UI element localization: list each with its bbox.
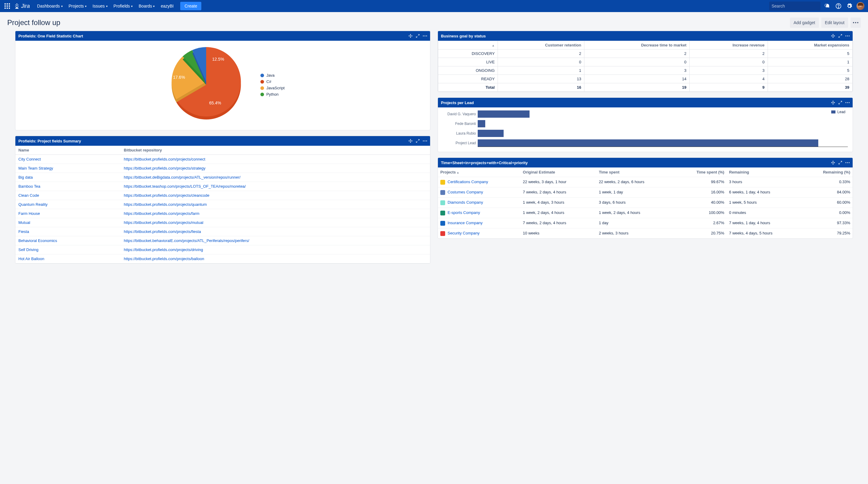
project-link[interactable]: Behavioral Economics <box>19 238 57 243</box>
col-remain-pct[interactable]: Remaining (%) <box>802 168 852 177</box>
expand-icon[interactable] <box>415 34 420 38</box>
move-icon[interactable] <box>831 161 835 165</box>
edit-layout-button[interactable]: Edit layout <box>821 18 848 28</box>
more-icon[interactable] <box>423 140 427 142</box>
svg-point-15 <box>857 22 858 23</box>
nav-item-profields[interactable]: Profields▾ <box>111 0 135 12</box>
move-icon[interactable] <box>408 139 412 143</box>
expand-icon[interactable] <box>838 161 842 165</box>
jira-logo[interactable]: Jira <box>14 3 30 9</box>
project-link[interactable]: Farm House <box>19 211 40 216</box>
create-button[interactable]: Create <box>180 2 201 10</box>
page-header: Project follow up Add gadget Edit layout <box>0 12 868 31</box>
app-switcher-icon[interactable] <box>4 2 11 10</box>
nav-item-eazybi[interactable]: eazyBI <box>158 0 177 12</box>
svg-point-24 <box>849 35 849 36</box>
more-icon[interactable] <box>845 102 849 103</box>
legend-item[interactable]: C# <box>260 79 285 84</box>
project-link[interactable]: Clean Code <box>19 193 39 198</box>
nav-item-dashboards[interactable]: Dashboards▾ <box>34 0 66 12</box>
project-link[interactable]: Mutual <box>19 220 30 225</box>
search-box[interactable] <box>769 1 820 10</box>
col-name[interactable]: Name <box>16 146 121 155</box>
project-link[interactable]: Certifications Company <box>447 179 488 184</box>
col-header[interactable]: Increase revenue <box>689 41 768 50</box>
bar-label: Project Lead <box>443 141 476 145</box>
project-link[interactable]: Security Company <box>447 231 479 235</box>
user-avatar[interactable] <box>857 2 864 10</box>
settings-icon[interactable] <box>846 2 853 10</box>
bar-fill <box>478 120 485 127</box>
search-input[interactable] <box>772 4 824 8</box>
pie-label-js: 17.6% <box>173 75 185 80</box>
project-link[interactable]: Costumes Company <box>447 190 483 194</box>
gadget-business-goal: Business goal by status ▲Customer retent… <box>438 31 853 92</box>
expand-icon[interactable] <box>838 101 842 105</box>
pie-chart: 12.5% 17.6% 65.4% <box>161 46 251 124</box>
repo-link[interactable]: https://bitbucket.behavioralE.com/projec… <box>124 238 249 243</box>
repo-link[interactable]: https://bitbucket.profields.com/projects… <box>124 220 204 225</box>
more-actions-button[interactable] <box>850 18 861 28</box>
project-link[interactable]: Hot Air Balloon <box>19 256 44 261</box>
more-icon[interactable] <box>423 35 427 36</box>
col-spent[interactable]: Time spent <box>596 168 675 177</box>
repo-link[interactable]: https://bitbucket.profields.com/projects… <box>124 211 199 216</box>
repo-link[interactable]: https://bitbucket.profields.com/projects… <box>124 248 203 252</box>
nav-item-boards[interactable]: Boards▾ <box>135 0 158 12</box>
project-link[interactable]: Bamboo Tea <box>19 184 40 189</box>
legend-item[interactable]: JavaScript <box>260 86 285 90</box>
col-header[interactable]: Customer retention <box>498 41 584 50</box>
total-row: Total1619939 <box>438 83 852 92</box>
repo-link[interactable]: https://bitbucket.deBigdata.com/projects… <box>124 175 241 179</box>
add-gadget-button[interactable]: Add gadget <box>790 18 819 28</box>
page-title: Project follow up <box>7 19 60 27</box>
project-link[interactable]: Main Team Strategy <box>19 166 53 170</box>
repo-link[interactable]: https://bitbucket.profields.com/projects… <box>124 193 210 198</box>
repo-link[interactable]: https://bitbucket.teashop.com/projects/L… <box>124 184 246 189</box>
help-icon[interactable] <box>835 2 842 10</box>
repo-link[interactable]: https://bitbucket.profields.com/projects… <box>124 229 201 234</box>
project-link[interactable]: Self Driving <box>19 248 38 252</box>
col-projects[interactable]: Projects▲ <box>438 168 521 177</box>
col-header[interactable]: ▲ <box>438 41 498 50</box>
col-repo[interactable]: Bitbucket repository <box>121 146 430 155</box>
col-header[interactable]: Decrease time to market <box>584 41 689 50</box>
move-icon[interactable] <box>408 34 412 38</box>
legend-item[interactable]: Java <box>260 73 285 78</box>
legend-item[interactable]: Python <box>260 92 285 96</box>
nav-item-projects[interactable]: Projects▾ <box>66 0 90 12</box>
project-link[interactable]: Fiesta <box>19 229 29 234</box>
more-icon[interactable] <box>845 35 849 36</box>
more-icon[interactable] <box>845 162 849 163</box>
svg-rect-4 <box>7 5 8 7</box>
col-orig[interactable]: Original Estimate <box>521 168 596 177</box>
table-row: Farm Househttps://bitbucket.profields.co… <box>16 209 430 218</box>
nav-item-issues[interactable]: Issues▾ <box>90 0 110 12</box>
col-remain[interactable]: Remaining <box>727 168 802 177</box>
repo-link[interactable]: https://bitbucket.profields.com/projects… <box>124 157 205 162</box>
expand-icon[interactable] <box>838 34 842 38</box>
project-link[interactable]: Big data <box>19 175 33 179</box>
svg-point-13 <box>853 22 854 23</box>
gadget-title: Profields: One Field Statistic Chart <box>19 34 83 38</box>
svg-point-19 <box>423 140 424 141</box>
repo-link[interactable]: https://bitbucket.profields.com/projects… <box>124 166 206 170</box>
notifications-icon[interactable] <box>824 2 831 10</box>
table-row: Diamonds Company1 week, 4 days, 3 hours3… <box>438 198 852 208</box>
col-header[interactable]: Market expansions <box>768 41 852 50</box>
table-row: Quantum Realityhttps://bitbucket.profiel… <box>16 200 430 209</box>
svg-point-30 <box>849 162 849 163</box>
project-link[interactable]: Quantum Reality <box>19 202 48 207</box>
project-link[interactable]: Diamonds Company <box>447 200 483 205</box>
project-link[interactable]: Insurance Company <box>447 221 483 225</box>
gadget-project-summary: Profields: Project fields Summary Name B… <box>15 136 430 264</box>
svg-point-28 <box>845 162 846 163</box>
repo-link[interactable]: https://bitbucket.profields.com/projects… <box>124 256 204 261</box>
repo-link[interactable]: https://bitbucket.profields.com/projects… <box>124 202 207 207</box>
move-icon[interactable] <box>831 34 835 38</box>
expand-icon[interactable] <box>415 139 420 143</box>
project-link[interactable]: City Connect <box>19 157 41 162</box>
move-icon[interactable] <box>831 101 835 105</box>
col-spent-pct[interactable]: Time spent (%) <box>675 168 727 177</box>
project-link[interactable]: E-sports Company <box>447 210 480 215</box>
